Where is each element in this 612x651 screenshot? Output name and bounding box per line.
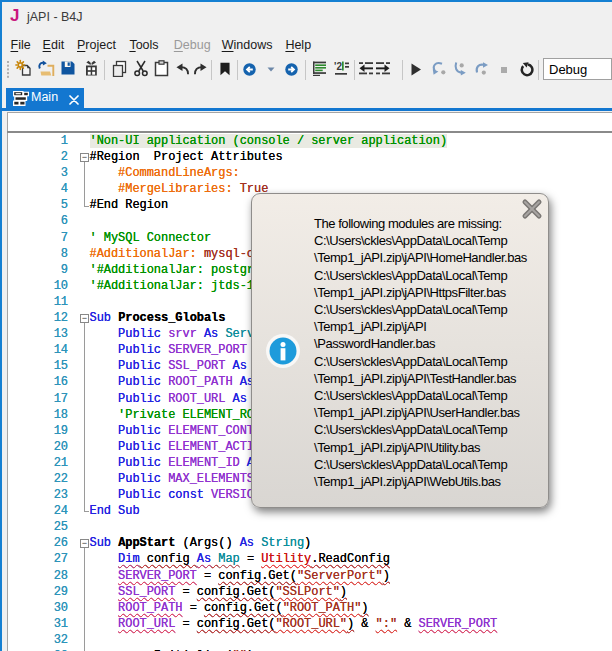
svg-text:'2: '2 <box>334 61 342 72</box>
